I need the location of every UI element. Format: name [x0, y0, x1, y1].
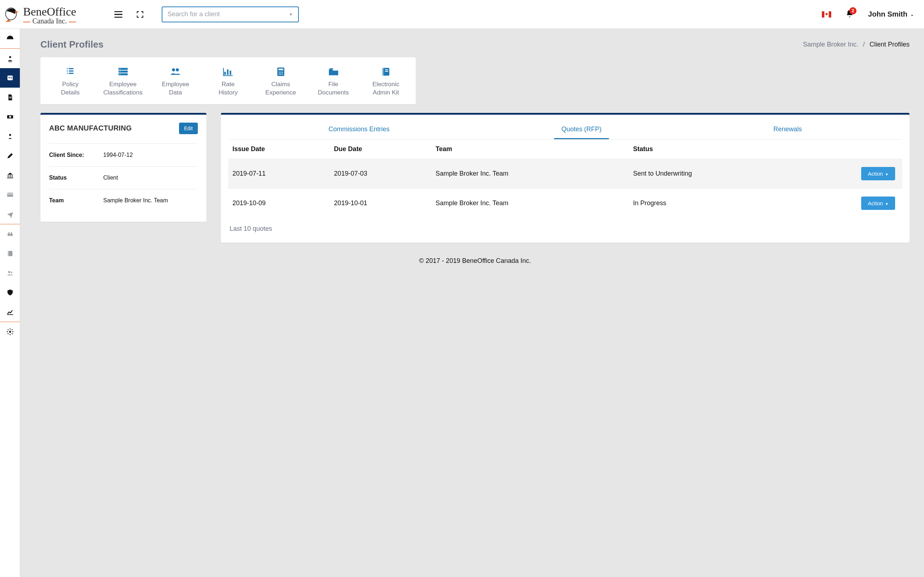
bank-icon — [6, 171, 14, 179]
client-summary-card: ABC MANUFACTURING Edit Client Since:1994… — [40, 113, 207, 222]
notifications-button[interactable]: 2 — [846, 10, 854, 19]
puffin-logo-icon — [3, 6, 20, 23]
sidebar-item-pencil[interactable] — [0, 146, 20, 166]
svg-point-45 — [282, 74, 283, 75]
svg-rect-12 — [9, 98, 11, 98]
sidebar-item-person-pin[interactable] — [0, 49, 20, 68]
svg-point-26 — [9, 331, 11, 333]
tile-barchart[interactable]: RateHistory — [202, 64, 254, 97]
sidebar-item-plane[interactable] — [0, 205, 20, 224]
client-search[interactable]: ▼ — [162, 6, 299, 23]
calculator-icon — [275, 66, 287, 77]
tab-quotes-rfp-[interactable]: Quotes (RFP) — [554, 126, 609, 139]
tile-label: EmployeeData — [149, 81, 202, 97]
sidebar-item-user[interactable] — [0, 127, 20, 146]
list-icon — [64, 66, 76, 77]
svg-rect-35 — [224, 72, 226, 75]
users-icon — [169, 66, 181, 77]
page-footer: © 2017 - 2019 BeneOffice Canada Inc. — [40, 257, 909, 265]
svg-point-31 — [120, 71, 120, 72]
server-icon — [117, 66, 129, 77]
binoculars-icon — [6, 230, 14, 238]
fullscreen-icon[interactable] — [133, 7, 147, 22]
svg-rect-3 — [822, 11, 824, 17]
tile-users[interactable]: EmployeeData — [149, 64, 202, 97]
svg-rect-48 — [385, 69, 388, 70]
tile-book[interactable]: ElectronicAdmin Kit — [360, 64, 412, 97]
sidebar-item-dashboard[interactable] — [0, 29, 20, 48]
svg-point-5 — [9, 56, 11, 58]
sidebar-item-id-card[interactable] — [0, 68, 20, 88]
col-status: Status — [629, 140, 793, 159]
sidebar-item-binoculars[interactable] — [0, 224, 20, 244]
sidebar-item-shield[interactable] — [0, 283, 20, 302]
client-search-input[interactable] — [168, 10, 289, 18]
client-name: ABC MANUFACTURING — [49, 124, 132, 132]
chevron-down-icon: ⌄ — [910, 12, 914, 17]
cell-due: 2019-10-01 — [330, 188, 431, 218]
cell-due: 2019-07-03 — [330, 159, 431, 188]
sidebar — [0, 29, 20, 577]
canada-flag-icon[interactable] — [822, 11, 831, 18]
sidebar-item-document[interactable] — [0, 88, 20, 107]
svg-point-14 — [9, 116, 11, 118]
svg-rect-47 — [383, 68, 384, 76]
tile-list[interactable]: PolicyDetails — [44, 64, 97, 97]
card-icon — [6, 191, 14, 199]
id-card-icon — [6, 74, 14, 82]
svg-rect-36 — [227, 69, 228, 75]
sidebar-item-money[interactable] — [0, 107, 20, 127]
main-content: Client Profiles Sample Broker Inc. / Cli… — [20, 29, 924, 577]
cell-issue: 2019-10-09 — [228, 188, 330, 218]
breadcrumb-current: Client Profiles — [869, 41, 909, 48]
menu-toggle-icon[interactable] — [111, 7, 126, 22]
svg-point-18 — [7, 233, 10, 236]
tab-renewals[interactable]: Renewals — [766, 126, 809, 139]
edit-client-button[interactable]: Edit — [179, 122, 198, 134]
pencil-icon — [6, 152, 14, 160]
sidebar-item-bank[interactable] — [0, 166, 20, 185]
svg-rect-11 — [9, 97, 11, 97]
tile-label: RateHistory — [202, 81, 254, 97]
tile-label: ClaimsExperience — [254, 81, 307, 97]
quotes-footer: Last 10 quotes — [221, 218, 909, 243]
cell-issue: 2019-07-11 — [228, 159, 330, 188]
tile-label: FileDocuments — [307, 81, 360, 97]
svg-point-44 — [280, 74, 281, 75]
group-icon — [6, 269, 14, 277]
quote-row: 2019-10-092019-10-01Sample Broker Inc. T… — [228, 188, 902, 218]
cell-status: In Progress — [629, 188, 793, 218]
tile-server[interactable]: EmployeeClassifications — [97, 64, 149, 97]
search-dropdown-caret-icon[interactable]: ▼ — [289, 12, 293, 17]
svg-point-42 — [282, 72, 283, 73]
sidebar-item-book[interactable] — [0, 244, 20, 263]
quote-action-button[interactable]: Action▼ — [861, 197, 895, 210]
sidebar-item-chart[interactable] — [0, 302, 20, 322]
svg-point-40 — [279, 72, 280, 73]
client-info-row: TeamSample Broker Inc. Team — [49, 189, 198, 212]
book-icon — [380, 66, 392, 77]
folder-icon — [327, 66, 339, 77]
svg-point-19 — [10, 233, 13, 236]
tab-commissions-entries[interactable]: Commissions Entries — [321, 126, 397, 139]
sidebar-item-settings[interactable] — [0, 322, 20, 342]
top-bar: BeneOffice Canada Inc. ▼ 2 John Smith ⌄ — [0, 0, 924, 29]
svg-point-15 — [9, 134, 11, 136]
sidebar-item-group[interactable] — [0, 263, 20, 283]
col-issue-date: Issue Date — [228, 140, 330, 159]
tile-calculator[interactable]: ClaimsExperience — [254, 64, 307, 97]
client-info-row: StatusClient — [49, 166, 198, 189]
svg-rect-16 — [7, 193, 13, 197]
cell-status: Sent to Underwriting — [629, 159, 793, 188]
money-icon — [6, 113, 14, 121]
tile-folder[interactable]: FileDocuments — [307, 64, 360, 97]
user-menu[interactable]: John Smith ⌄ — [868, 10, 914, 18]
breadcrumb-root[interactable]: Sample Broker Inc. — [803, 41, 858, 48]
quote-action-button[interactable]: Action▼ — [861, 167, 895, 180]
sidebar-item-card[interactable] — [0, 185, 20, 205]
svg-rect-21 — [10, 232, 11, 234]
brand-logo[interactable]: BeneOffice Canada Inc. — [3, 4, 104, 24]
brand-name: BeneOffice — [23, 6, 76, 17]
user-name: John Smith — [868, 10, 908, 18]
info-label: Client Since: — [49, 152, 103, 158]
